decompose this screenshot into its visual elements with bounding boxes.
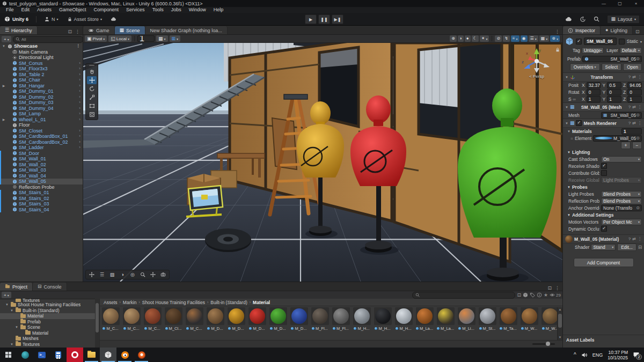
account-button[interactable]: N▾ — [44, 16, 58, 22]
hierarchy-item[interactable]: SM_Table 2› — [0, 72, 83, 78]
hand-tool-button[interactable] — [87, 68, 97, 76]
tab-hierarchy[interactable]: ☰ Hierarchy — [0, 26, 38, 34]
hierarchy-item[interactable]: SM_Lamp› — [0, 111, 83, 117]
lighting-toggle-icon[interactable]: ● — [465, 35, 471, 42]
shader-dropdown[interactable]: Stand▾ — [591, 244, 616, 250]
layer-dropdown[interactable]: Default▾ — [620, 47, 642, 54]
taskbar-unity-editor[interactable] — [100, 348, 116, 362]
tree-scrollbar[interactable] — [95, 299, 99, 348]
hierarchy-item[interactable]: SM_Dummy_04› — [0, 106, 83, 112]
material-element-field[interactable]: M_Wall_05 ⊙ — [593, 135, 642, 142]
materials-foldout[interactable]: ▼ Materials 1 — [563, 128, 644, 135]
create-object-button[interactable]: +▾ — [2, 36, 11, 42]
hierarchy-item[interactable]: SM_Door — [0, 151, 83, 157]
additional-settings-foldout[interactable]: ▼Additional Settings — [563, 211, 644, 218]
static-dropdown-icon[interactable]: ▾ — [640, 40, 642, 43]
tab-lighting[interactable]: ● Lighting — [601, 26, 633, 34]
hierarchy-item[interactable]: ▶SM_Hangar› — [0, 83, 83, 89]
assets-scrollbar[interactable]: ▲▼ — [557, 307, 562, 340]
hierarchy-item[interactable]: SM_Wall_04 — [0, 173, 83, 179]
static-checkbox[interactable] — [619, 39, 625, 45]
material-asset[interactable]: M_D... — [289, 307, 309, 335]
grid-snap-dropdown[interactable]: ▦▾ — [156, 35, 168, 42]
material-asset[interactable]: M_H... — [352, 307, 371, 335]
transform-s-x-field[interactable]: 1 — [587, 96, 601, 102]
prefab-object-field[interactable]: SM_Wall_05 ⊙ — [582, 56, 642, 62]
tool-handle-position-dropdown[interactable]: ▣ Pivot▾ — [85, 35, 107, 42]
kebab-menu-icon[interactable]: ⋮ — [75, 29, 80, 34]
close-button[interactable]: × — [628, 0, 644, 7]
menu-component[interactable]: Component — [90, 7, 123, 13]
info-icon[interactable] — [537, 292, 542, 298]
material-asset[interactable]: M_Ta... — [499, 307, 518, 335]
hierarchy-item[interactable]: SM_Wall_05 — [0, 179, 83, 184]
menu-edit[interactable]: Edit — [18, 7, 34, 13]
project-folder-row[interactable]: Material — [0, 313, 99, 319]
hierarchy-item[interactable]: SM_Chair› — [0, 77, 83, 83]
edit-shader-button[interactable]: Edit... — [617, 243, 636, 251]
asset-labels-section[interactable]: Asset Labels — [563, 335, 644, 348]
hierarchy-item[interactable]: SM_Dummy_02› — [0, 94, 83, 100]
pan-overlay-icon[interactable] — [148, 271, 158, 278]
material-asset[interactable]: M_W... — [519, 307, 539, 335]
material-asset[interactable]: M_Li... — [457, 307, 476, 335]
remove-material-button[interactable]: − — [632, 142, 642, 149]
audio-mute-icon[interactable]: ⊘ — [495, 35, 502, 42]
material-asset[interactable]: M_Fl... — [310, 307, 330, 335]
title-bar[interactable]: test_polygon_standard - Showcase - Windo… — [0, 0, 644, 7]
hierarchy-item[interactable]: SM_Wall_01 — [0, 156, 83, 162]
camera-overlay-icon[interactable] — [158, 271, 168, 278]
hierarchy-item[interactable]: Reflection Probe — [0, 184, 83, 190]
search-icon[interactable] — [594, 16, 599, 22]
project-folder-row[interactable]: ▼Textures — [0, 342, 99, 348]
rect-tool-button[interactable] — [87, 102, 97, 110]
help-icon[interactable]: ? — [628, 105, 631, 109]
debug-validate-icon[interactable]: ≡▾ — [511, 35, 519, 42]
zoom-overlay-icon[interactable] — [138, 271, 148, 278]
hierarchy-item[interactable]: Main Camera — [0, 49, 83, 55]
add-component-button[interactable]: Add Component — [574, 258, 634, 267]
maximize-panel-icon[interactable]: ⊡ — [68, 29, 72, 34]
speaker-icon[interactable] — [581, 352, 588, 358]
maximize-panel-icon[interactable]: ⊡ — [547, 285, 552, 291]
breadcrumb-item[interactable]: Built-in (Standard) — [210, 300, 247, 305]
cloud-icon[interactable] — [565, 16, 572, 23]
transform-rotat-x-field[interactable]: 0 — [587, 89, 601, 95]
hidden-items-count[interactable]: 29 — [550, 292, 561, 298]
mesh-object-field[interactable]: ▦SM_Wall_05 ⊙ — [601, 112, 642, 119]
transform-rotat-z-field[interactable]: 0 — [627, 89, 642, 95]
material-asset[interactable]: M_D... — [247, 307, 267, 335]
project-folder-row[interactable]: Material — [0, 330, 99, 336]
transform-rotat-y-field[interactable]: 0 — [607, 89, 621, 95]
tab-shader-graph[interactable]: New Shader Graph (nothing loa... — [145, 26, 228, 34]
transform-tool-button[interactable] — [87, 110, 97, 119]
move-overlay-icon[interactable] — [87, 271, 97, 278]
taskbar-calculator[interactable] — [50, 348, 67, 362]
material-asset[interactable]: M_H... — [373, 307, 392, 335]
material-asset[interactable]: M_D... — [226, 307, 246, 335]
hierarchy-search-input[interactable] — [13, 36, 83, 43]
asset-store-button[interactable]: Asset Store▾ — [67, 17, 103, 22]
language-indicator[interactable]: ENG — [592, 352, 603, 358]
rotate-tool-button[interactable] — [87, 85, 97, 93]
taskbar-file-explorer[interactable] — [83, 348, 100, 362]
mesh-renderer-header[interactable]: ▼ ▩ ✓ Mesh Renderer ? ⇄ ⋮ — [563, 119, 644, 128]
tab-console[interactable]: ⊟ Console — [33, 283, 67, 291]
favorites-star-icon[interactable]: ★ — [544, 293, 548, 298]
material-menu-icon[interactable]: ⊟ — [638, 245, 642, 250]
kebab-menu-icon[interactable]: ⋮ — [638, 237, 642, 241]
overrides-dropdown[interactable]: Overrides▾ — [570, 63, 600, 71]
create-asset-button[interactable]: +▾ — [2, 292, 11, 298]
visibility-eye-icon[interactable]: ◉ — [521, 35, 528, 42]
breadcrumb-item[interactable]: Markin — [123, 300, 137, 305]
menu-jobs[interactable]: Jobs — [167, 7, 185, 13]
tire[interactable] — [205, 228, 251, 252]
effects-dropdown-icon[interactable]: ✶▾ — [480, 35, 489, 42]
notification-center-icon[interactable]: 2 — [633, 351, 640, 358]
presets-icon[interactable]: ⇄ — [632, 121, 636, 125]
lighting-foldout[interactable]: ▼Lighting — [563, 149, 644, 156]
tab-project[interactable]: Project — [0, 283, 33, 291]
transform-component-header[interactable]: ▼ Transform ? ⇄ ⋮ — [563, 72, 644, 82]
align-overlay-icon[interactable]: ☰ — [97, 271, 107, 278]
pause-button[interactable]: ❚❚ — [318, 14, 330, 24]
